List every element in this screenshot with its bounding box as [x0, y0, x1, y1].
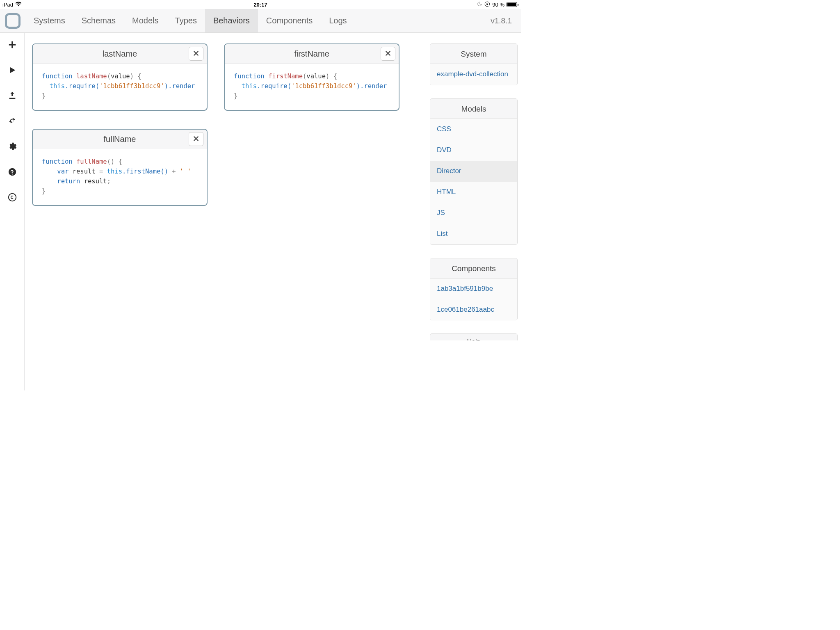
tab-systems[interactable]: Systems: [25, 9, 73, 32]
copyright-button[interactable]: [6, 191, 19, 204]
card-close-button[interactable]: [189, 47, 203, 61]
close-icon: [193, 50, 199, 58]
context-panels: System example-dvd-collection Models CSS…: [430, 33, 518, 390]
model-link-list[interactable]: List: [430, 224, 517, 244]
tab-models[interactable]: Models: [124, 9, 167, 32]
model-link-html[interactable]: HTML: [430, 182, 517, 203]
play-icon: [8, 66, 17, 76]
device-label: iPad: [2, 2, 13, 8]
panel-title: System: [430, 44, 517, 64]
panel-help-cut: Help: [430, 333, 518, 340]
gear-icon: [8, 142, 17, 152]
app-logo[interactable]: [0, 9, 25, 32]
main-tabs: Systems Schemas Models Types Behaviors C…: [25, 9, 355, 32]
component-link[interactable]: 1ab3a1bf591b9be: [430, 278, 517, 299]
help-icon: [8, 167, 17, 178]
panel-components: Components 1ab3a1bf591b9be 1ce061be261aa…: [430, 258, 518, 321]
moon-icon: [477, 1, 482, 8]
export-icon: [8, 91, 17, 101]
run-button[interactable]: [6, 64, 19, 77]
card-header: firstName: [225, 44, 399, 64]
behaviors-canvas: lastName function lastName(value) { this…: [25, 33, 430, 390]
panel-system: System example-dvd-collection: [430, 43, 518, 85]
tab-schemas[interactable]: Schemas: [73, 9, 124, 32]
behavior-card-lastname[interactable]: lastName function lastName(value) { this…: [32, 43, 208, 111]
app-logo-icon: [5, 13, 21, 29]
svg-point-2: [8, 193, 16, 201]
clock: 20:17: [253, 2, 267, 8]
plus-icon: [8, 40, 17, 50]
left-toolbar: [0, 33, 25, 390]
add-button[interactable]: [6, 39, 19, 52]
model-link-dvd[interactable]: DVD: [430, 140, 517, 161]
version-label: v1.8.1: [491, 9, 521, 32]
card-header: lastName: [33, 44, 207, 64]
tab-components[interactable]: Components: [258, 9, 321, 32]
wifi-icon: [15, 2, 22, 8]
settings-button[interactable]: [6, 140, 19, 153]
card-code: function firstName(value) { this.require…: [225, 64, 399, 110]
component-link[interactable]: 1ce061be261aabc: [430, 299, 517, 320]
close-icon: [385, 50, 391, 58]
card-header: fullName: [33, 130, 207, 149]
tab-types[interactable]: Types: [167, 9, 205, 32]
model-link-director[interactable]: Director: [430, 161, 517, 182]
panel-title: Components: [430, 258, 517, 278]
panel-title-cut: Help: [430, 334, 517, 340]
panel-title: Models: [430, 99, 517, 119]
tab-behaviors[interactable]: Behaviors: [205, 9, 258, 32]
refresh-icon: [8, 116, 17, 127]
panel-models: Models CSS DVD Director HTML JS List: [430, 98, 518, 245]
ipad-status-bar: iPad 20:17 90 %: [0, 0, 521, 9]
model-link-css[interactable]: CSS: [430, 119, 517, 140]
card-title: firstName: [294, 49, 329, 59]
card-close-button[interactable]: [381, 47, 395, 61]
copyright-icon: [8, 193, 17, 203]
refresh-button[interactable]: [6, 115, 19, 128]
close-icon: [193, 135, 199, 143]
card-code: function fullName() { var result = this.…: [33, 149, 207, 205]
orientation-lock-icon: [484, 1, 490, 8]
card-title: fullName: [104, 135, 136, 144]
card-title: lastName: [103, 49, 137, 59]
card-close-button[interactable]: [189, 132, 203, 146]
tab-logs[interactable]: Logs: [321, 9, 355, 32]
behavior-card-fullname[interactable]: fullName function fullName() { var resul…: [32, 129, 208, 206]
battery-percent: 90 %: [492, 2, 504, 8]
export-button[interactable]: [6, 89, 19, 103]
topbar: Systems Schemas Models Types Behaviors C…: [0, 9, 521, 33]
system-link[interactable]: example-dvd-collection: [430, 64, 517, 85]
help-button[interactable]: [6, 166, 19, 179]
behavior-card-firstname[interactable]: firstName function firstName(value) { th…: [224, 43, 399, 111]
card-code: function lastName(value) { this.require(…: [33, 64, 207, 110]
battery-icon: [507, 2, 518, 7]
model-link-js[interactable]: JS: [430, 203, 517, 224]
